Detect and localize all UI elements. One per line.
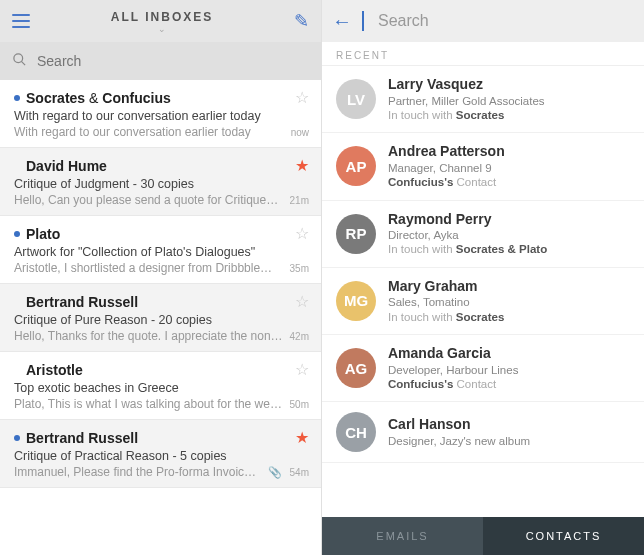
email-sender: Plato bbox=[26, 226, 295, 242]
contact-row[interactable]: MGMary GrahamSales, TomatinoIn touch wit… bbox=[322, 268, 644, 335]
email-row[interactable]: Aristotle☆Top exotic beaches in GreecePl… bbox=[0, 352, 321, 420]
email-preview: Hello, Thanks for the quote. I appreciat… bbox=[14, 329, 284, 343]
email-subject: Critique of Pure Reason - 20 copies bbox=[14, 313, 309, 327]
email-subject: With regard to our conversation earlier … bbox=[14, 109, 309, 123]
contact-row[interactable]: LVLarry VasquezPartner, Miller Gold Asso… bbox=[322, 66, 644, 133]
email-subject: Critique of Practical Reason - 5 copies bbox=[14, 449, 309, 463]
back-icon[interactable]: ← bbox=[332, 10, 352, 33]
avatar: AP bbox=[336, 146, 376, 186]
email-row[interactable]: David Hume★Critique of Judgment - 30 cop… bbox=[0, 148, 321, 216]
search-icon bbox=[12, 52, 27, 70]
contact-role: Sales, Tomatino bbox=[388, 295, 504, 309]
contact-row[interactable]: CHCarl HansonDesigner, Jazy's new album bbox=[322, 402, 644, 463]
star-icon[interactable]: ★ bbox=[295, 428, 309, 447]
contacts-search-input[interactable] bbox=[378, 12, 634, 30]
chevron-down-icon: ⌄ bbox=[111, 25, 213, 34]
contact-role: Director, Ayka bbox=[388, 228, 547, 242]
inbox-search-input[interactable] bbox=[37, 53, 309, 69]
email-row[interactable]: Plato☆Artwork for "Collection of Plato's… bbox=[0, 216, 321, 284]
tab-contacts[interactable]: CONTACTS bbox=[483, 517, 644, 555]
contact-text: Andrea PattersonManager, Channel 9Confuc… bbox=[388, 143, 505, 189]
tab-emails[interactable]: EMAILS bbox=[322, 517, 483, 555]
svg-point-0 bbox=[14, 54, 23, 63]
compose-icon[interactable]: ✎ bbox=[294, 10, 309, 32]
star-icon[interactable]: ☆ bbox=[295, 360, 309, 379]
contact-text: Raymond PerryDirector, AykaIn touch with… bbox=[388, 211, 547, 257]
contact-text: Amanda GarciaDeveloper, Harbour LinesCon… bbox=[388, 345, 518, 391]
contact-name: Andrea Patterson bbox=[388, 143, 505, 161]
contact-name: Mary Graham bbox=[388, 278, 504, 296]
inbox-title: ALL INBOXES bbox=[111, 10, 213, 24]
contact-role: Developer, Harbour Lines bbox=[388, 363, 518, 377]
recent-heading: RECENT bbox=[322, 42, 644, 66]
contact-role: Partner, Miller Gold Associates bbox=[388, 94, 545, 108]
email-row[interactable]: Socrates & Confucius☆With regard to our … bbox=[0, 80, 321, 148]
menu-icon[interactable] bbox=[12, 14, 30, 28]
contact-touch: In touch with Socrates bbox=[388, 310, 504, 324]
inbox-search-bar[interactable] bbox=[0, 42, 321, 80]
inbox-title-dropdown[interactable]: ALL INBOXES ⌄ bbox=[111, 8, 213, 34]
email-time: 21m bbox=[290, 195, 309, 206]
star-icon[interactable]: ☆ bbox=[295, 224, 309, 243]
email-time: now bbox=[291, 127, 309, 138]
contact-touch: Confucius's Contact bbox=[388, 377, 518, 391]
inbox-pane: ALL INBOXES ⌄ ✎ Socrates & Confucius☆Wit… bbox=[0, 0, 322, 555]
email-time: 35m bbox=[290, 263, 309, 274]
email-time: 50m bbox=[290, 399, 309, 410]
attachment-icon: 📎 bbox=[268, 466, 282, 479]
email-sender: Socrates & Confucius bbox=[26, 90, 295, 106]
bottom-tabs: EMAILS CONTACTS bbox=[322, 517, 644, 555]
avatar: MG bbox=[336, 281, 376, 321]
email-preview: Plato, This is what I was talking about … bbox=[14, 397, 284, 411]
star-icon[interactable]: ★ bbox=[295, 156, 309, 175]
email-preview: Hello, Can you please send a quote for C… bbox=[14, 193, 284, 207]
star-icon[interactable]: ☆ bbox=[295, 88, 309, 107]
email-subject: Artwork for "Collection of Plato's Dialo… bbox=[14, 245, 309, 259]
email-sender: Aristotle bbox=[26, 362, 295, 378]
email-preview: Aristotle, I shortlisted a designer from… bbox=[14, 261, 284, 275]
contacts-header: ← bbox=[322, 0, 644, 42]
contact-text: Larry VasquezPartner, Miller Gold Associ… bbox=[388, 76, 545, 122]
email-subject: Critique of Judgment - 30 copies bbox=[14, 177, 309, 191]
contact-text: Carl HansonDesigner, Jazy's new album bbox=[388, 416, 530, 448]
contact-name: Larry Vasquez bbox=[388, 76, 545, 94]
contact-name: Amanda Garcia bbox=[388, 345, 518, 363]
email-row[interactable]: Bertrand Russell☆Critique of Pure Reason… bbox=[0, 284, 321, 352]
contact-touch: In touch with Socrates bbox=[388, 108, 545, 122]
email-preview: With regard to our conversation earlier … bbox=[14, 125, 285, 139]
contact-touch: Confucius's Contact bbox=[388, 175, 505, 189]
inbox-header: ALL INBOXES ⌄ ✎ bbox=[0, 0, 321, 42]
avatar: LV bbox=[336, 79, 376, 119]
contact-name: Carl Hanson bbox=[388, 416, 530, 434]
avatar: CH bbox=[336, 412, 376, 452]
email-time: 42m bbox=[290, 331, 309, 342]
unread-dot-icon bbox=[14, 95, 20, 101]
avatar: AG bbox=[336, 348, 376, 388]
unread-dot-icon bbox=[14, 435, 20, 441]
email-row[interactable]: Bertrand Russell★Critique of Practical R… bbox=[0, 420, 321, 488]
email-time: 54m bbox=[290, 467, 309, 478]
email-sender: Bertrand Russell bbox=[26, 294, 295, 310]
contact-role: Designer, Jazy's new album bbox=[388, 434, 530, 448]
contact-row[interactable]: RPRaymond PerryDirector, AykaIn touch wi… bbox=[322, 201, 644, 268]
text-cursor bbox=[362, 11, 364, 31]
star-icon[interactable]: ☆ bbox=[295, 292, 309, 311]
svg-line-1 bbox=[21, 61, 25, 65]
email-subject: Top exotic beaches in Greece bbox=[14, 381, 309, 395]
contacts-pane: ← RECENT LVLarry VasquezPartner, Miller … bbox=[322, 0, 644, 555]
contact-touch: In touch with Socrates & Plato bbox=[388, 242, 547, 256]
contact-row[interactable]: APAndrea PattersonManager, Channel 9Conf… bbox=[322, 133, 644, 200]
email-sender: David Hume bbox=[26, 158, 295, 174]
contact-role: Manager, Channel 9 bbox=[388, 161, 505, 175]
contact-name: Raymond Perry bbox=[388, 211, 547, 229]
contact-list: LVLarry VasquezPartner, Miller Gold Asso… bbox=[322, 66, 644, 517]
contact-row[interactable]: AGAmanda GarciaDeveloper, Harbour LinesC… bbox=[322, 335, 644, 402]
avatar: RP bbox=[336, 214, 376, 254]
email-sender: Bertrand Russell bbox=[26, 430, 295, 446]
email-preview: Immanuel, Please find the Pro-forma Invo… bbox=[14, 465, 262, 479]
unread-dot-icon bbox=[14, 231, 20, 237]
email-list: Socrates & Confucius☆With regard to our … bbox=[0, 80, 321, 555]
contact-text: Mary GrahamSales, TomatinoIn touch with … bbox=[388, 278, 504, 324]
